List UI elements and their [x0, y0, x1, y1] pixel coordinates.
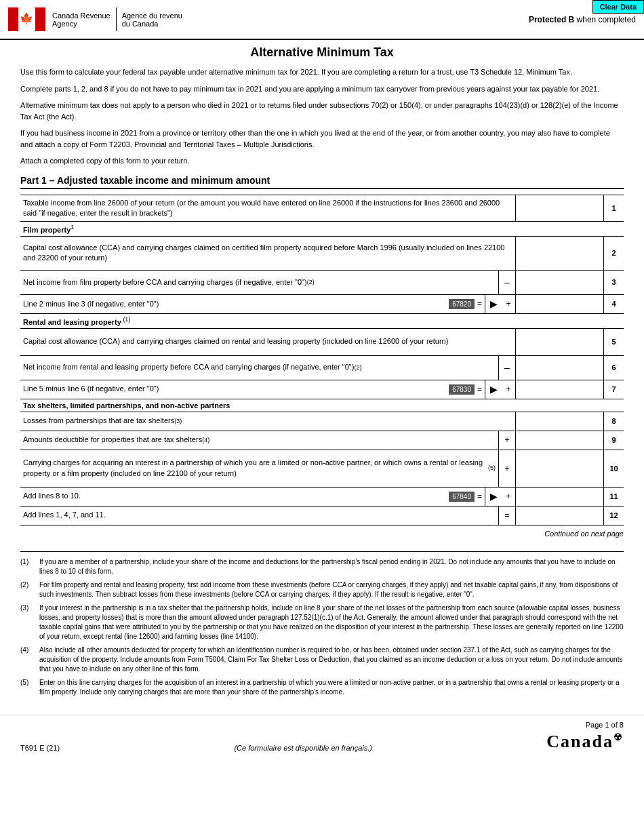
line12-field[interactable]: [515, 507, 603, 525]
rental-header-label: Rental and leasing property: [23, 318, 121, 326]
line4-input[interactable]: [519, 300, 601, 308]
line7-arrow: ▶: [485, 380, 502, 399]
page-header: 🍁 Canada Revenue Agency Agence du revenu…: [0, 0, 644, 40]
line11-plus: +: [502, 488, 515, 506]
tax-shelters-header-row: Tax shelters, limited partnerships, and …: [20, 399, 624, 412]
line1-num: 1: [603, 195, 624, 222]
film-property-label: Film property: [23, 226, 71, 234]
footnote-2-text: For film property and rental and leasing…: [39, 580, 624, 599]
line12-equals: =: [498, 507, 515, 525]
line11-arrow: ▶: [485, 488, 502, 506]
canada-revenue-logo: 🍁: [8, 4, 45, 35]
line5-input[interactable]: [519, 338, 601, 346]
footnote-3-num: (3): [20, 603, 34, 641]
line2-num: 2: [603, 237, 624, 270]
line9-num: 9: [603, 431, 624, 450]
line7-field[interactable]: [515, 380, 603, 399]
line5-num: 5: [603, 329, 624, 355]
footnote-3: (3) If your interest in the partnership …: [20, 603, 624, 641]
svg-rect-1: [35, 7, 45, 31]
protected-b-label: Protected B when completed: [529, 15, 636, 24]
line8-input[interactable]: [519, 417, 601, 425]
footer-french-note: (Ce formulaire est disponible en françai…: [234, 744, 372, 752]
line10-num: 10: [603, 450, 624, 487]
line10-input[interactable]: [519, 464, 601, 473]
film-footnote-ref: 1: [71, 224, 74, 231]
line1-field[interactable]: [515, 195, 603, 222]
part1-heading: Part 1 – Adjusted taxable income and min…: [20, 175, 624, 189]
line10-label: Carrying charges for acquiring an intere…: [20, 450, 498, 487]
logo-area: 🍁 Canada Revenue Agency Agence du revenu…: [8, 4, 529, 35]
footer-form-id: T691 E (21): [20, 744, 60, 752]
line11-code: 67840: [449, 492, 475, 502]
line2-input[interactable]: [519, 249, 601, 257]
line2-field[interactable]: [515, 237, 603, 270]
line11-input[interactable]: [519, 492, 601, 500]
footer-page: Page 1 of 8: [586, 721, 624, 729]
line9-label: Amounts deductible for properties that a…: [20, 431, 498, 450]
footnote-3-text: If your interest in the partnership is i…: [39, 603, 624, 641]
svg-rect-0: [8, 7, 18, 31]
line7-input[interactable]: [519, 385, 601, 393]
svg-text:🍁: 🍁: [20, 12, 33, 25]
footnote-5-num: (5): [20, 678, 34, 697]
agency-name-fr: Agence du revenu du Canada: [122, 12, 182, 28]
line4-label: Line 2 minus line 3 (if negative, enter …: [20, 295, 446, 313]
line12-num: 12: [603, 507, 624, 525]
line3-input[interactable]: [519, 278, 601, 286]
line7-label: Line 5 minus line 6 (if negative, enter …: [20, 380, 446, 399]
line11-label: Add lines 8 to 10.: [20, 488, 446, 506]
line1-label: Taxable income from line 26000 of your r…: [20, 195, 515, 222]
intro-para-1: Use this form to calculate your federal …: [20, 66, 624, 78]
line6-num: 6: [603, 356, 624, 380]
line6-input[interactable]: [519, 363, 601, 372]
footnotes-section: (1) If you are a member of a partnership…: [20, 551, 624, 697]
line4-num: 4: [603, 295, 624, 313]
line6-label: Net income from rental and leasing prope…: [20, 356, 498, 380]
line7-code: 67830: [449, 384, 475, 395]
rental-header-row: Rental and leasing property (1): [20, 314, 624, 329]
line8-label: Losses from partnerships that are tax sh…: [20, 412, 515, 431]
continued-text: Continued on next page: [20, 530, 624, 538]
line6-minus: –: [498, 356, 515, 380]
line3-minus: –: [498, 271, 515, 294]
footnote-5-text: Enter on this line carrying charges for …: [39, 678, 624, 697]
footnote-1: (1) If you are a member of a partnership…: [20, 557, 624, 576]
line8-field[interactable]: [515, 412, 603, 431]
film-property-header-row: Film property1: [20, 222, 624, 237]
part1-form: Taxable income from line 26000 of your r…: [20, 195, 624, 538]
footnote-2-num: (2): [20, 580, 34, 599]
agency-name-en: Canada Revenue Agency: [52, 12, 110, 28]
footnote-2: (2) For film property and rental and lea…: [20, 580, 624, 599]
footnote-4: (4) Also include all other amounts deduc…: [20, 646, 624, 674]
line3-label: Net income from film property before CCA…: [20, 271, 498, 294]
intro-para-4: If you had business income in 2021 from …: [20, 127, 624, 150]
line9-field[interactable]: [515, 431, 603, 450]
tax-shelters-label: Tax shelters, limited partnerships, and …: [23, 401, 230, 410]
footnote-5: (5) Enter on this line carrying charges …: [20, 678, 624, 697]
line11-num: 11: [603, 488, 624, 506]
line6-field[interactable]: [515, 356, 603, 380]
line9-plus: +: [498, 431, 515, 450]
line5-field[interactable]: [515, 329, 603, 355]
line10-plus: +: [498, 450, 515, 487]
line12-label: Add lines 1, 4, 7, and 11.: [20, 507, 498, 525]
intro-para-2: Complete parts 1, 2, and 8 if you do not…: [20, 83, 624, 95]
line9-input[interactable]: [519, 436, 601, 444]
intro-para-5: Attach a completed copy of this form to …: [20, 155, 624, 167]
page-footer: T691 E (21) (Ce formulaire est disponibl…: [0, 715, 644, 757]
line7-num: 7: [603, 380, 624, 399]
line12-input[interactable]: [519, 511, 601, 519]
intro-para-3: Alternative minimum tax does not apply t…: [20, 100, 624, 122]
line4-field[interactable]: [515, 295, 603, 313]
footnote-4-num: (4): [20, 646, 34, 674]
line8-num: 8: [603, 412, 624, 431]
line3-field[interactable]: [515, 271, 603, 294]
line10-field[interactable]: [515, 450, 603, 487]
line4-arrow: ▶: [485, 295, 502, 313]
page-title: Alternative Minimum Tax: [20, 45, 624, 60]
line1-input[interactable]: [519, 204, 601, 212]
line5-label: Capital cost allowance (CCA) and carryin…: [20, 329, 515, 355]
footnote-1-text: If you are a member of a partnership, in…: [39, 557, 624, 576]
line11-field[interactable]: [515, 488, 603, 506]
